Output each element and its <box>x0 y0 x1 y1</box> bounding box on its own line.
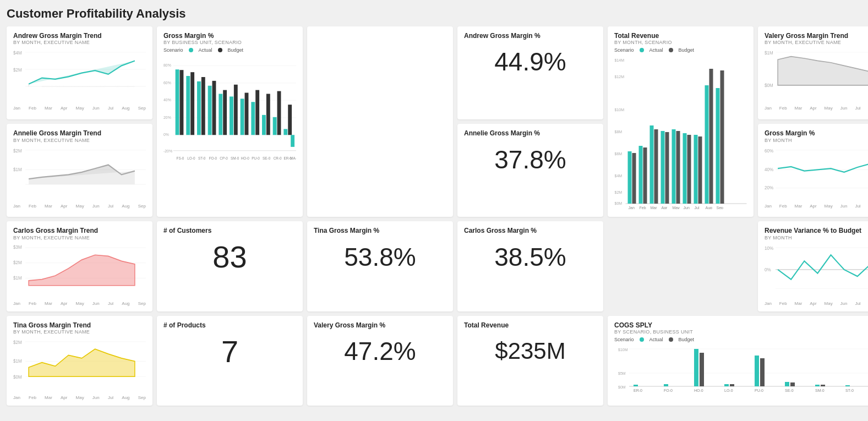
svg-rect-67 <box>650 125 654 204</box>
annelie-gm-pct-value: 37.8% <box>464 138 597 182</box>
svg-rect-35 <box>262 115 266 135</box>
svg-text:ST-0: ST-0 <box>198 157 206 161</box>
carlos-trend-subtitle: BY MONTH, EXECUTIVE NAME <box>13 235 146 240</box>
svg-text:Jan: Jan <box>629 206 635 209</box>
svg-rect-37 <box>273 117 277 135</box>
svg-text:$1M: $1M <box>13 275 22 280</box>
svg-text:SM-0: SM-0 <box>815 389 825 392</box>
valery-gm-pct-title: Valery Gross Margin % <box>314 321 446 329</box>
tina-trend-subtitle: BY MONTH, EXECUTIVE NAME <box>13 329 146 335</box>
gross-margin-pct-legend: Scenario Actual Budget <box>163 47 296 53</box>
svg-rect-141 <box>790 382 795 386</box>
card-revenue-variance: Revenue Variance % to Budget BY MONTH 10… <box>758 221 868 311</box>
svg-rect-31 <box>241 99 244 135</box>
svg-text:SE-0: SE-0 <box>263 157 271 161</box>
svg-text:$4M: $4M <box>615 174 623 178</box>
page-title: Customer Profitability Analysis <box>7 7 861 21</box>
svg-text:$1M: $1M <box>765 50 773 56</box>
svg-text:$5M: $5M <box>618 371 626 375</box>
svg-rect-21 <box>186 76 190 135</box>
svg-marker-125 <box>29 349 135 376</box>
svg-rect-20 <box>180 70 184 135</box>
card-carlos-gm-pct: Carlos Gross Margin % 38.5% <box>457 221 603 311</box>
cogs-sply-title: COGS SPLY <box>614 321 868 329</box>
svg-rect-132 <box>634 385 638 386</box>
svg-text:20%: 20% <box>163 116 171 119</box>
total-revenue-subtitle: BY MONTH, SCENARIO <box>614 40 747 45</box>
svg-rect-30 <box>234 85 238 135</box>
svg-rect-133 <box>664 384 668 386</box>
card-andrew-gm-pct: Andrew Gross Margin % 44.9% <box>457 26 603 119</box>
svg-rect-26 <box>212 81 216 135</box>
revenue-variance-subtitle: BY MONTH <box>765 235 868 240</box>
card-valery-gm-pct: Valery Gross Margin % 47.2% <box>307 316 453 406</box>
card-empty-col3 <box>307 26 453 217</box>
card-num-products: # of Products 7 <box>157 316 303 406</box>
svg-rect-63 <box>628 151 632 204</box>
svg-rect-76 <box>698 136 702 204</box>
revenue-variance-title: Revenue Variance % to Budget <box>765 227 868 234</box>
svg-text:$8M: $8M <box>615 130 623 134</box>
svg-text:Apr: Apr <box>662 206 668 209</box>
svg-rect-70 <box>665 132 669 204</box>
valery-trend-months: JanFebMarAprMayJunJulAugSep <box>765 106 868 111</box>
svg-marker-100 <box>29 165 135 184</box>
svg-rect-71 <box>672 129 676 204</box>
svg-rect-79 <box>716 88 720 204</box>
svg-rect-34 <box>255 90 259 135</box>
andrew-trend-title: Andrew Gross Margin Trend <box>13 32 146 40</box>
total-revenue-title: Total Revenue <box>614 32 747 40</box>
card-total-revenue: Total Revenue BY MONTH, SCENARIO Scenari… <box>608 26 754 217</box>
revenue-variance-months: JanFebMarAprMayJunJulAugSep <box>765 301 868 306</box>
svg-text:PU-0: PU-0 <box>755 389 763 392</box>
svg-text:0%: 0% <box>765 267 771 272</box>
carlos-gm-pct-title: Carlos Gross Margin % <box>464 227 597 234</box>
annelie-trend-months: JanFebMarAprMayJunJulAugSep <box>13 204 146 209</box>
svg-rect-68 <box>654 129 658 204</box>
svg-text:$6M: $6M <box>615 152 623 156</box>
svg-rect-66 <box>643 147 647 204</box>
legend-label: Scenario <box>163 47 183 53</box>
svg-rect-69 <box>661 131 665 204</box>
card-carlos-trend: Carlos Gross Margin Trend BY MONTH, EXEC… <box>7 221 152 311</box>
gross-margin-pct-title: Gross Margin % <box>163 32 296 40</box>
svg-rect-74 <box>687 135 691 204</box>
svg-text:Mar: Mar <box>651 206 658 209</box>
svg-rect-38 <box>277 91 281 135</box>
num-customers-title: # of Customers <box>163 227 296 234</box>
svg-text:$0M: $0M <box>618 385 626 389</box>
svg-text:0%: 0% <box>163 133 169 137</box>
svg-text:May: May <box>673 206 680 209</box>
svg-rect-140 <box>785 382 789 386</box>
svg-text:MA-0: MA-0 <box>290 157 296 161</box>
revenue-variance-chart: 10% 0% <box>765 243 868 298</box>
svg-rect-144 <box>845 385 850 386</box>
dashboard-grid: Andrew Gross Margin Trend BY MONTH, EXEC… <box>7 26 861 406</box>
svg-text:Feb: Feb <box>640 206 646 209</box>
svg-rect-142 <box>815 385 820 386</box>
legend-label: Scenario <box>614 47 634 53</box>
carlos-trend-chart: $3M $2M $1M <box>13 243 146 298</box>
svg-rect-64 <box>632 153 636 204</box>
svg-rect-41 <box>291 135 294 147</box>
card-valery-trend: Valery Gross Margin Trend BY MONTH, EXEC… <box>758 26 868 119</box>
svg-rect-72 <box>676 131 680 204</box>
gross-margin-pct-subtitle: BY BUSINESS UNIT, SCENARIO <box>163 40 296 45</box>
svg-rect-78 <box>709 69 713 204</box>
actual-label: Actual <box>199 47 212 53</box>
legend-label: Scenario <box>614 337 634 342</box>
andrew-gm-pct-title: Andrew Gross Margin % <box>464 32 597 40</box>
svg-text:$14M: $14M <box>615 58 625 62</box>
carlos-trend-title: Carlos Gross Margin Trend <box>13 227 146 234</box>
gross-margin-pct-chart: 80% 60% 40% 20% 0% -20% <box>163 55 296 165</box>
svg-text:$1M: $1M <box>13 166 22 172</box>
budget-label: Budget <box>679 337 695 342</box>
svg-text:HO-0: HO-0 <box>241 157 250 161</box>
card-cogs-sply: COGS SPLY BY SCENARIO, BUSINESS UNIT Sce… <box>608 316 868 406</box>
svg-text:$2M: $2M <box>13 340 22 345</box>
card-gross-margin-pct-right: Gross Margin % BY MONTH 60% 40% 20% JanF… <box>758 124 868 217</box>
budget-label: Budget <box>228 47 244 53</box>
svg-rect-23 <box>197 81 201 135</box>
svg-text:FO-0: FO-0 <box>664 389 673 392</box>
svg-text:FS-0: FS-0 <box>177 157 184 161</box>
